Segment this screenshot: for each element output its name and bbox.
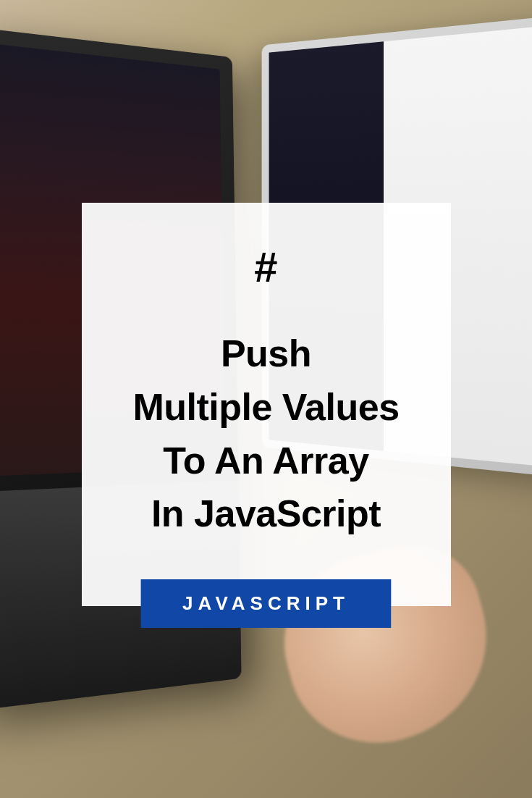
- title-line-1: Push: [221, 332, 311, 374]
- code-decoration: [0, 73, 207, 94]
- hash-icon: #: [104, 243, 429, 291]
- title-line-2: Multiple Values: [132, 386, 399, 428]
- title-line-4: In JavaScript: [151, 492, 381, 534]
- category-badge: JAVASCRIPT: [140, 579, 392, 628]
- article-title: Push Multiple Values To An Array In Java…: [104, 327, 429, 541]
- title-line-3: To An Array: [163, 440, 368, 482]
- content-card: # Push Multiple Values To An Array In Ja…: [82, 203, 451, 606]
